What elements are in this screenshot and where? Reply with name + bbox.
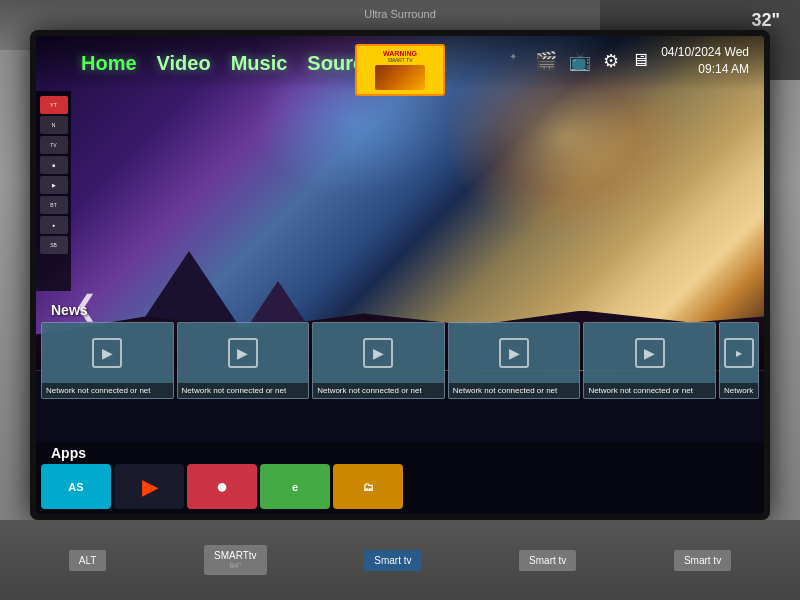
nav-right: 🎬 📺 ⚙ 🖥 04/10/2024 Wed 09:14 AM bbox=[535, 44, 749, 78]
app-label-5: 🗂 bbox=[363, 481, 374, 493]
side-menu-label-5: ▶ bbox=[52, 182, 56, 188]
tv-screen: ✦ ✧ ✦ YT N TV ■ ▶ bbox=[36, 36, 764, 514]
nav-items: Home Video Music Source bbox=[81, 52, 375, 75]
news-card-3[interactable]: ▶ Network not connected or net bbox=[312, 322, 445, 399]
play-btn-3[interactable]: ▶ bbox=[363, 338, 393, 368]
film-icon[interactable]: 🎬 bbox=[535, 50, 557, 72]
news-thumb-6: ▶ bbox=[720, 323, 758, 383]
news-label-2: Network not connected or net bbox=[178, 383, 309, 398]
side-menu-item-6[interactable]: BT bbox=[40, 196, 68, 214]
store-box-5: Smart tv bbox=[674, 550, 731, 571]
app-label-2: ▶ bbox=[142, 475, 157, 499]
apps-section-title: Apps bbox=[36, 442, 764, 464]
nav-item-music[interactable]: Music bbox=[231, 52, 288, 75]
news-section: News ▶ Network not connected or net ▶ Ne… bbox=[36, 298, 764, 399]
news-card-1[interactable]: ▶ Network not connected or net bbox=[41, 322, 174, 399]
app-icon-appstore[interactable]: AS bbox=[41, 464, 111, 509]
side-menu-item-youtube[interactable]: YT bbox=[40, 96, 68, 114]
apps-row: AS ▶ ● e 🗂 bbox=[36, 464, 764, 514]
news-label-1: Network not connected or net bbox=[42, 383, 173, 398]
tv-frame: ✦ ✧ ✦ YT N TV ■ ▶ bbox=[30, 30, 770, 520]
play-btn-6[interactable]: ▶ bbox=[724, 338, 754, 368]
app-icon-3[interactable]: ● bbox=[187, 464, 257, 509]
nav-item-video[interactable]: Video bbox=[157, 52, 211, 75]
time-display: 09:14 AM bbox=[661, 61, 749, 78]
monitor-icon[interactable]: 🖥 bbox=[631, 50, 649, 71]
app-icon-5[interactable]: 🗂 bbox=[333, 464, 403, 509]
play-btn-5[interactable]: ▶ bbox=[635, 338, 665, 368]
side-menu-item-netflix[interactable]: N bbox=[40, 116, 68, 134]
store-box-sublabel-2: 84" bbox=[214, 561, 257, 570]
datetime: 04/10/2024 Wed 09:14 AM bbox=[661, 44, 749, 78]
store-box-label-5: Smart tv bbox=[684, 555, 721, 566]
store-box-1: ALT bbox=[69, 550, 107, 571]
news-thumb-5: ▶ bbox=[584, 323, 715, 383]
news-label-3: Network not connected or net bbox=[313, 383, 444, 398]
side-menu-label-6: BT bbox=[50, 202, 56, 208]
side-menu-label-2: N bbox=[52, 122, 56, 128]
warning-subtitle: SMART TV bbox=[365, 57, 435, 63]
news-card-2[interactable]: ▶ Network not connected or net bbox=[177, 322, 310, 399]
side-menu-label-3: TV bbox=[50, 142, 56, 148]
app-label-1: AS bbox=[68, 481, 83, 493]
side-menu-item-4[interactable]: ■ bbox=[40, 156, 68, 174]
store-bottom: ALT SMARTtv 84" Smart tv Smart tv Smart … bbox=[0, 520, 800, 600]
store-top-text: Ultra Surround bbox=[364, 8, 436, 20]
app-label-4: e bbox=[292, 481, 298, 493]
news-cards: ▶ Network not connected or net ▶ Network… bbox=[36, 322, 764, 399]
warning-badge: WARNING SMART TV bbox=[355, 44, 445, 96]
news-section-title: News bbox=[36, 298, 764, 322]
apps-section: Apps AS ▶ ● e 🗂 bbox=[36, 442, 764, 514]
store-box-4: Smart tv bbox=[519, 550, 576, 571]
side-menu-item-7[interactable]: ● bbox=[40, 216, 68, 234]
play-btn-4[interactable]: ▶ bbox=[499, 338, 529, 368]
news-thumb-1: ▶ bbox=[42, 323, 173, 383]
app-label-3: ● bbox=[216, 475, 228, 498]
side-menu-label-8: SB bbox=[50, 242, 57, 248]
news-thumb-2: ▶ bbox=[178, 323, 309, 383]
nav-bar: Home Video Music Source WARNING SMART TV… bbox=[36, 36, 764, 91]
side-menu-label-7: ● bbox=[52, 222, 55, 228]
news-thumb-4: ▶ bbox=[449, 323, 580, 383]
news-label-4: Network not connected or net bbox=[449, 383, 580, 398]
play-btn-2[interactable]: ▶ bbox=[228, 338, 258, 368]
news-card-4[interactable]: ▶ Network not connected or net bbox=[448, 322, 581, 399]
side-menu-item-livetv[interactable]: TV bbox=[40, 136, 68, 154]
store-box-label-4: Smart tv bbox=[529, 555, 566, 566]
side-menu: YT N TV ■ ▶ BT ● bbox=[36, 91, 71, 291]
side-menu-item-8[interactable]: SB bbox=[40, 236, 68, 254]
store-box-label-3: Smart tv bbox=[374, 555, 411, 566]
store-box-2: SMARTtv 84" bbox=[204, 545, 267, 575]
side-menu-item-5[interactable]: ▶ bbox=[40, 176, 68, 194]
store-background: Ultra Surround 32" ✦ ✧ ✦ YT bbox=[0, 0, 800, 600]
news-label-5: Network not connected or net bbox=[584, 383, 715, 398]
nav-item-home[interactable]: Home bbox=[81, 52, 137, 75]
store-box-label-2: SMARTtv bbox=[214, 550, 257, 561]
side-menu-label-1: YT bbox=[50, 102, 56, 108]
side-menu-label-4: ■ bbox=[52, 162, 55, 168]
app-icon-2[interactable]: ▶ bbox=[114, 464, 184, 509]
news-card-5[interactable]: ▶ Network not connected or net bbox=[583, 322, 716, 399]
store-box-3: Smart tv bbox=[364, 550, 421, 571]
warning-image bbox=[375, 65, 425, 90]
gear-icon[interactable]: ⚙ bbox=[603, 50, 619, 72]
app-icon-4[interactable]: e bbox=[260, 464, 330, 509]
store-box-label-1: ALT bbox=[79, 555, 97, 566]
news-thumb-3: ▶ bbox=[313, 323, 444, 383]
camera-icon[interactable]: 📺 bbox=[569, 50, 591, 72]
news-label-6: Network bbox=[720, 383, 758, 398]
date-display: 04/10/2024 Wed bbox=[661, 44, 749, 61]
news-card-6[interactable]: ▶ Network bbox=[719, 322, 759, 399]
play-btn-1[interactable]: ▶ bbox=[92, 338, 122, 368]
tv-size-label: 32" bbox=[751, 10, 780, 31]
warning-title: WARNING bbox=[365, 50, 435, 57]
